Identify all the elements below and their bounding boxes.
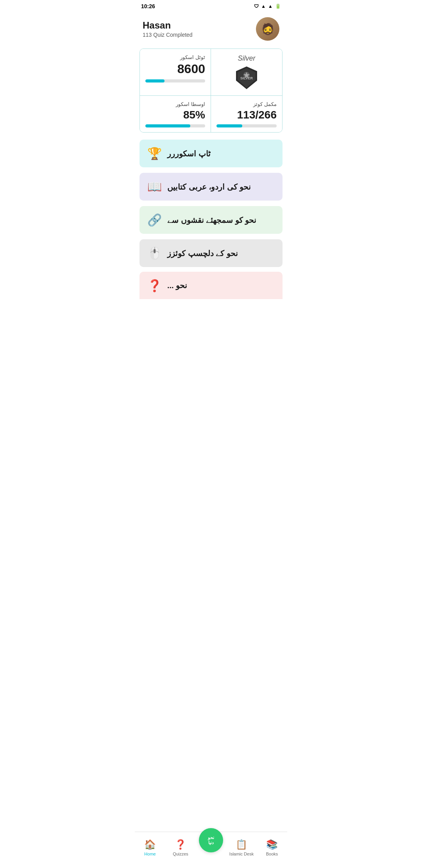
wifi-icon: ▲ (268, 4, 273, 9)
silver-badge: SILVER (234, 66, 259, 90)
avg-score-value: 85% (145, 109, 205, 121)
avg-score-progress-fill (145, 124, 190, 127)
badge-label: Silver (238, 54, 255, 63)
quiz-icon: 🖱️ (147, 246, 162, 260)
feature-cards: ٹاپ اسکوررر 🏆 نحو کی اردو، عربی کتابیں 📖… (135, 140, 287, 267)
status-bar: 10:26 🛡 ▲ ▲ 🔋 (135, 0, 287, 13)
completed-quiz-value: 113/266 (216, 109, 277, 121)
total-score-progress-fill (145, 79, 165, 82)
quiz-count: 113 Quiz Completed (143, 32, 193, 38)
total-score-label: ٹوٹل اسکور (145, 54, 205, 60)
signal-icon: ▲ (261, 4, 266, 9)
total-score-cell: ٹوٹل اسکور 8600 (140, 49, 211, 96)
quizzes-text: نحو کے دلچسپ کوئزز (167, 249, 238, 258)
avg-score-progress-bg (145, 124, 205, 127)
avg-score-cell: اوسطا اسکور 85% (140, 96, 211, 132)
book-icon: 📖 (147, 180, 162, 194)
avg-score-label: اوسطا اسکور (145, 101, 205, 107)
status-time: 10:26 (141, 3, 155, 9)
header: Hasan 113 Quiz Completed 🧔 (135, 13, 287, 48)
feature-card-diagrams[interactable]: نحو کو سمجھئے نقشوں سے 🔗 (139, 206, 283, 234)
total-score-value: 8600 (145, 62, 205, 76)
user-info: Hasan 113 Quiz Completed (143, 20, 193, 38)
completed-quiz-cell: مکمل کوئز 113/266 (211, 96, 282, 132)
completed-quiz-progress-bg (216, 124, 277, 127)
badge-cell: Silver SILVER (211, 49, 282, 96)
user-name: Hasan (143, 20, 193, 31)
feature-card-top-scorer[interactable]: ٹاپ اسکوررر 🏆 (139, 140, 283, 167)
top-scorer-text: ٹاپ اسکوررر (167, 149, 211, 158)
feature-card-quizzes[interactable]: نحو کے دلچسپ کوئزز 🖱️ (139, 239, 283, 267)
completed-quiz-label: مکمل کوئز (216, 101, 277, 107)
partial-card-icon: ❓ (147, 279, 162, 292)
total-score-progress-bg (145, 79, 205, 82)
shield-icon: 🛡 (254, 4, 259, 9)
books-text: نحو کی اردو، عربی کتابیں (167, 182, 251, 192)
avatar-image: 🧔 (256, 17, 279, 41)
battery-icon: 🔋 (275, 4, 281, 9)
avatar: 🧔 (256, 17, 279, 41)
completed-quiz-progress-fill (216, 124, 242, 127)
status-icons: 🛡 ▲ ▲ 🔋 (254, 4, 281, 9)
feature-card-books[interactable]: نحو کی اردو، عربی کتابیں 📖 (139, 173, 283, 201)
stats-grid: ٹوٹل اسکور 8600 Silver SILVER اوسطا اسکو… (139, 48, 283, 133)
diagrams-text: نحو کو سمجھئے نقشوں سے (167, 215, 256, 225)
partial-card-text: نحو ... (167, 281, 187, 290)
network-icon: 🔗 (147, 213, 162, 227)
trophy-icon: 🏆 (147, 147, 162, 160)
partial-feature-card[interactable]: نحو ... ❓ (139, 272, 283, 299)
